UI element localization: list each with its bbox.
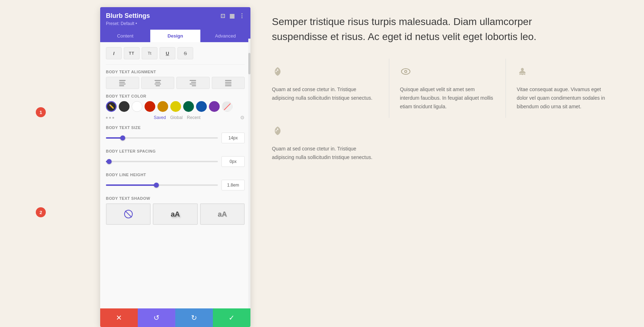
- letter-spacing-track[interactable]: [106, 161, 218, 162]
- tab-advanced[interactable]: Advanced: [200, 30, 250, 42]
- shadow-options: aA aA: [106, 203, 245, 225]
- scroll-indicator: [248, 39, 250, 308]
- underline-button[interactable]: U: [160, 47, 175, 59]
- color-section: Body Text Color ✏️: [106, 94, 245, 120]
- capitalize-button[interactable]: Tt: [142, 47, 157, 59]
- text-size-slider-row: 14px: [106, 133, 245, 143]
- tab-content[interactable]: Content: [100, 30, 150, 42]
- alignment-label: Body Text Alignment: [106, 70, 245, 74]
- blurb-item-3: Vitae consequat augue. Vivamus eget dolo…: [506, 59, 623, 118]
- blurb-icon-4: [272, 125, 378, 139]
- step-badge-2: 2: [36, 207, 46, 217]
- align-center-button[interactable]: [141, 77, 175, 89]
- no-shadow-option[interactable]: [106, 203, 151, 225]
- alignment-row: [106, 77, 245, 89]
- letter-spacing-section: Body Letter Spacing 0px: [106, 149, 245, 167]
- content-area: Semper tristique risus turpis malesuada.…: [250, 0, 644, 327]
- redo-button[interactable]: ↻: [175, 308, 213, 327]
- text-shadow-label: Body Text Shadow: [106, 196, 245, 200]
- color-settings-icon[interactable]: ⚙: [240, 115, 245, 120]
- uppercase-button[interactable]: TT: [124, 47, 140, 59]
- fullscreen-icon[interactable]: ⊡: [220, 13, 225, 19]
- text-shadow-section: Body Text Shadow aA aA: [106, 196, 245, 225]
- panel-title-row: Blurb Settings ⊡ ▦ ⋮: [106, 12, 245, 20]
- scroll-thumb[interactable]: [248, 53, 250, 74]
- blurb-grid: Quam at sed conse ctetur in. Tristique a…: [272, 59, 623, 169]
- letter-spacing-slider-row: 0px: [106, 156, 245, 167]
- main-quote: Semper tristique risus turpis malesuada.…: [272, 14, 558, 44]
- step-badge-1: 1: [36, 107, 46, 117]
- more-icon[interactable]: ⋮: [239, 13, 245, 19]
- letter-spacing-thumb[interactable]: [107, 159, 112, 164]
- color-swatch-green[interactable]: [183, 101, 194, 112]
- panel-body: I TT Tt U S Body Text Alignment: [100, 42, 250, 327]
- color-swatch-red[interactable]: [145, 101, 155, 112]
- align-justify-button[interactable]: [212, 77, 245, 89]
- panel-preset[interactable]: Preset: Default •: [106, 21, 245, 26]
- text-size-section: Body Text Size 14px: [106, 125, 245, 143]
- line-height-slider-row: 1.8em: [106, 180, 245, 190]
- line-height-fill: [106, 184, 156, 186]
- text-size-track[interactable]: [106, 137, 218, 139]
- svg-line-1: [125, 211, 132, 217]
- color-swatch-blue[interactable]: [196, 101, 207, 112]
- color-swatch-purple[interactable]: [209, 101, 220, 112]
- bottom-toolbar: ✕ ↺ ↻ ✓: [100, 308, 250, 327]
- letter-spacing-value[interactable]: 0px: [221, 156, 245, 167]
- line-height-label: Body Line Height: [106, 173, 245, 177]
- blurb-text-2: Quisque aliquet velit sit amet sem inter…: [400, 85, 495, 111]
- text-size-thumb[interactable]: [120, 135, 125, 140]
- italic-button[interactable]: I: [106, 47, 122, 59]
- color-swatch-white[interactable]: [132, 101, 142, 112]
- shadow-option-1[interactable]: aA: [153, 203, 197, 225]
- blurb-text-1: Quam at sed conse ctetur in. Tristique a…: [272, 85, 378, 103]
- text-style-row: I TT Tt U S: [106, 47, 245, 65]
- grid-icon[interactable]: ▦: [229, 13, 235, 19]
- panel-title: Blurb Settings: [106, 12, 150, 20]
- blurb-item-1: Quam at sed conse ctetur in. Tristique a…: [272, 59, 389, 118]
- color-tab-recent[interactable]: Recent: [187, 115, 200, 120]
- cancel-button[interactable]: ✕: [100, 308, 138, 327]
- color-swatch-custom[interactable]: [222, 101, 233, 112]
- color-label: Body Text Color: [106, 94, 245, 98]
- line-height-track[interactable]: [106, 184, 218, 186]
- panel-header: Blurb Settings ⊡ ▦ ⋮ Preset: Default •: [100, 7, 250, 30]
- letter-spacing-label: Body Letter Spacing: [106, 149, 245, 153]
- blurb-icon-1: [272, 66, 378, 80]
- text-size-value[interactable]: 14px: [221, 133, 245, 143]
- undo-button[interactable]: ↺: [138, 308, 175, 327]
- svg-point-4: [405, 71, 406, 72]
- settings-tabs: Content Design Advanced: [100, 30, 250, 42]
- color-swatch-yellow[interactable]: [170, 101, 181, 112]
- blurb-icon-3: [517, 66, 612, 80]
- shadow-option-2[interactable]: aA: [200, 203, 245, 225]
- color-swatch-orange[interactable]: [157, 101, 168, 112]
- eyedropper-swatch[interactable]: ✏️: [106, 101, 117, 112]
- color-tab-saved[interactable]: Saved: [154, 115, 166, 120]
- blurb-text-3: Vitae consequat augue. Vivamus eget dolo…: [517, 85, 612, 111]
- color-tab-global[interactable]: Global: [170, 115, 183, 120]
- align-left-button[interactable]: [106, 77, 139, 89]
- color-tabs-row: Saved Global Recent ⚙: [106, 115, 245, 120]
- line-height-thumb[interactable]: [154, 183, 159, 188]
- panel-title-icons: ⊡ ▦ ⋮: [220, 13, 245, 19]
- color-swatches: ✏️: [106, 101, 245, 112]
- blurb-settings-panel: Blurb Settings ⊡ ▦ ⋮ Preset: Default • C…: [100, 7, 250, 327]
- line-height-value[interactable]: 1.8em: [221, 180, 245, 190]
- color-swatch-black[interactable]: [119, 101, 130, 112]
- blurb-item-2: Quisque aliquet velit sit amet sem inter…: [389, 59, 506, 118]
- tab-design[interactable]: Design: [150, 30, 200, 42]
- save-button[interactable]: ✓: [213, 308, 250, 327]
- text-size-label: Body Text Size: [106, 125, 245, 130]
- blurb-item-4: Quam at sed conse ctetur in. Tristique a…: [272, 118, 389, 169]
- line-height-section: Body Line Height 1.8em: [106, 173, 245, 190]
- align-right-button[interactable]: [176, 77, 210, 89]
- strikethrough-button[interactable]: S: [177, 47, 193, 59]
- blurb-icon-2: [400, 66, 495, 80]
- color-more-dots[interactable]: [106, 117, 114, 119]
- blurb-text-4: Quam at sed conse ctetur in. Tristique a…: [272, 145, 378, 162]
